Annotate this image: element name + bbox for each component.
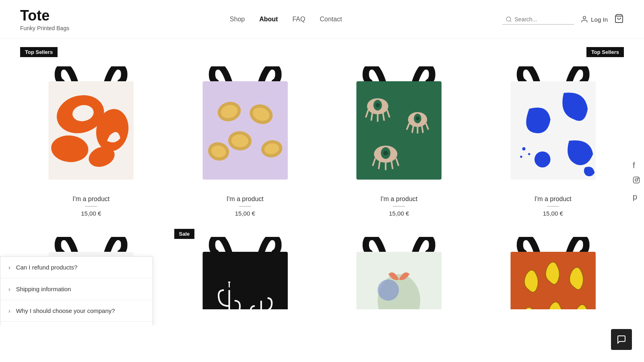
logo-tagline: Funky Printed Bags xyxy=(20,25,69,31)
login-button[interactable]: Log In xyxy=(580,15,608,23)
instagram-icon[interactable] xyxy=(633,177,640,186)
product-price-1: 15,00 € xyxy=(81,210,101,217)
chevron-icon-1: › xyxy=(8,264,10,271)
main-nav: Shop About FAQ Contact xyxy=(230,16,342,23)
product-name-2: I'm a product xyxy=(227,195,264,203)
header: Tote Funky Printed Bags Shop About FAQ C… xyxy=(0,0,644,39)
svg-point-32 xyxy=(416,117,419,120)
product-price-3: 15,00 € xyxy=(389,210,409,217)
svg-point-74 xyxy=(635,179,638,181)
svg-line-36 xyxy=(422,126,423,133)
product-card-4[interactable]: Top Sellers I'm a product xyxy=(482,47,624,217)
svg-point-75 xyxy=(638,178,638,179)
logo-block: Tote Funky Printed Bags xyxy=(20,7,69,31)
product-divider-2 xyxy=(239,206,251,207)
chevron-icon-3: › xyxy=(8,308,10,314)
svg-point-48 xyxy=(522,147,525,150)
top-sellers-badge-1: Top Sellers xyxy=(20,47,58,57)
search-input[interactable] xyxy=(514,16,571,23)
social-sidebar: f p xyxy=(633,161,640,202)
facebook-icon[interactable]: f xyxy=(633,161,640,170)
svg-point-47 xyxy=(534,152,550,168)
faq-item-3[interactable]: › Why I should choose your company? xyxy=(0,300,153,322)
login-label: Log In xyxy=(591,16,608,23)
svg-line-42 xyxy=(379,162,380,169)
product-card-7[interactable] xyxy=(328,229,470,309)
faq-item-1[interactable]: › Can I refund products? xyxy=(0,257,153,278)
logo-title[interactable]: Tote xyxy=(20,7,69,24)
product-image-1: Top Sellers xyxy=(20,47,162,189)
products-grid-row1: Top Sellers I'm a product xyxy=(20,47,624,217)
product-name-1: I'm a product xyxy=(72,195,109,203)
product-image-3 xyxy=(328,47,470,189)
faq-label-2: Shipping information xyxy=(16,286,71,292)
nav-shop[interactable]: Shop xyxy=(230,16,245,23)
svg-rect-10 xyxy=(202,81,288,180)
product-card-8[interactable] xyxy=(482,229,624,309)
product-divider-3 xyxy=(393,206,405,207)
search-box xyxy=(502,14,574,25)
faq-label-3: Why I should choose your company? xyxy=(16,307,115,314)
product-card-3[interactable]: I'm a product 15,00 € xyxy=(328,47,470,217)
svg-point-2 xyxy=(583,16,586,19)
svg-point-0 xyxy=(506,17,511,21)
product-divider-4 xyxy=(547,206,559,207)
product-name-3: I'm a product xyxy=(380,195,417,203)
nav-about[interactable]: About xyxy=(259,16,278,23)
product-divider-1 xyxy=(85,206,97,207)
product-price-2: 15,00 € xyxy=(235,210,255,217)
product-image-7 xyxy=(328,229,470,309)
nav-contact[interactable]: Contact xyxy=(320,16,342,23)
svg-line-26 xyxy=(372,113,373,120)
faq-popup: › Can I refund products? › Shipping info… xyxy=(0,256,153,325)
svg-point-71 xyxy=(378,279,399,300)
main-content: Top Sellers I'm a product xyxy=(0,47,644,325)
sale-badge: Sale xyxy=(174,229,195,239)
product-image-2 xyxy=(174,47,316,189)
product-card-6[interactable]: Sale xyxy=(174,229,316,309)
faq-label-1: Can I refund products? xyxy=(16,264,78,271)
svg-point-49 xyxy=(528,153,530,155)
product-price-4: 15,00 € xyxy=(543,210,563,217)
product-name-4: I'm a product xyxy=(535,195,572,203)
search-icon xyxy=(506,16,512,23)
cart-icon xyxy=(614,14,624,23)
product-card-2[interactable]: I'm a product 15,00 € xyxy=(174,47,316,217)
faq-item-4[interactable]: › When I can apply my coupon code? xyxy=(0,322,153,325)
svg-line-34 xyxy=(412,126,413,133)
svg-point-24 xyxy=(376,103,380,108)
top-sellers-badge-4: Top Sellers xyxy=(586,47,624,57)
chevron-icon-2: › xyxy=(8,286,10,292)
svg-rect-73 xyxy=(634,177,640,183)
header-right: Log In xyxy=(502,14,624,25)
svg-line-28 xyxy=(383,113,384,120)
svg-point-40 xyxy=(383,151,388,156)
product-image-6: Sale xyxy=(174,229,316,309)
product-image-8 xyxy=(482,229,624,309)
product-card-1[interactable]: Top Sellers I'm a product xyxy=(20,47,162,217)
cart-button[interactable] xyxy=(614,14,624,25)
nav-faq[interactable]: FAQ xyxy=(292,16,305,23)
svg-rect-64 xyxy=(202,252,288,309)
pinterest-icon[interactable]: p xyxy=(633,192,640,202)
svg-line-1 xyxy=(510,21,511,22)
svg-point-50 xyxy=(520,156,522,158)
product-image-4: Top Sellers xyxy=(482,47,624,189)
faq-item-2[interactable]: › Shipping information xyxy=(0,278,153,300)
svg-line-44 xyxy=(392,162,393,169)
user-icon xyxy=(580,15,588,23)
